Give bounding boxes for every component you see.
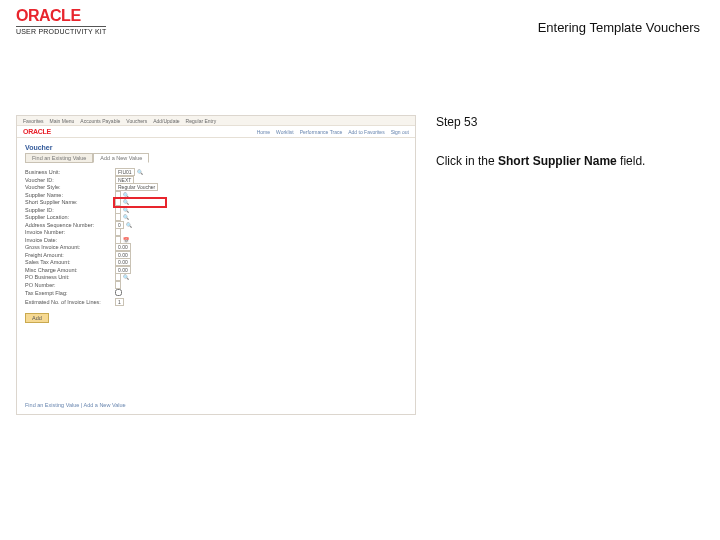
misc-charge-label: Misc Charge Amount:: [25, 267, 115, 273]
voucher-style-label: Voucher Style:: [25, 184, 115, 190]
tab-find-existing[interactable]: Find an Existing Value: [25, 153, 93, 163]
menu-link: Add to Favorites: [348, 129, 384, 135]
est-lines-input[interactable]: 1: [115, 298, 124, 306]
address-seq-label: Address Sequence Number:: [25, 222, 115, 228]
tax-exempt-label: Tax Exempt Flag:: [25, 290, 115, 296]
tab-add-new[interactable]: Add a New Value: [93, 153, 149, 163]
voucher-form: Business Unit: FIU01🔍 Voucher ID: NEXT V…: [17, 167, 415, 307]
menu-link: Worklist: [276, 129, 294, 135]
sales-tax-label: Sales Tax Amount:: [25, 259, 115, 265]
po-number-input[interactable]: [115, 281, 121, 289]
est-lines-label: Estimated No. of Invoice Lines:: [25, 299, 115, 305]
gross-amount-input[interactable]: 0.00: [115, 243, 131, 251]
document-title: Entering Template Vouchers: [538, 20, 700, 35]
add-button[interactable]: Add: [25, 313, 49, 323]
po-business-unit-input[interactable]: [115, 273, 121, 281]
instruction-panel: Step 53 Click in the Short Supplier Name…: [416, 115, 704, 415]
short-supplier-name-label: Short Supplier Name:: [25, 199, 115, 205]
lookup-icon[interactable]: 🔍: [137, 169, 143, 175]
lookup-icon[interactable]: 🔍: [123, 192, 129, 198]
po-number-label: PO Number:: [25, 282, 115, 288]
supplier-name-label: Supplier Name:: [25, 192, 115, 198]
breadcrumb-item: Regular Entry: [186, 118, 217, 124]
upk-subtext: USER PRODUCTIVITY KIT: [16, 26, 106, 35]
footer-links[interactable]: Find an Existing Value | Add a New Value: [25, 402, 126, 408]
app-logo: ORACLE: [23, 128, 51, 135]
breadcrumb-item: Add/Update: [153, 118, 179, 124]
oracle-wordmark: ORACLE: [16, 8, 106, 24]
app-menu-links: Home Worklist Performance Trace Add to F…: [257, 129, 409, 135]
short-supplier-name-input[interactable]: [115, 198, 121, 206]
freight-amount-label: Freight Amount:: [25, 252, 115, 258]
invoice-number-input[interactable]: [115, 228, 121, 236]
gross-amount-label: Gross Invoice Amount:: [25, 244, 115, 250]
lookup-icon[interactable]: 🔍: [126, 222, 132, 228]
app-menubar: ORACLE Home Worklist Performance Trace A…: [17, 126, 415, 138]
page-heading: Voucher: [17, 138, 415, 153]
supplier-location-input[interactable]: [115, 213, 121, 221]
lookup-icon[interactable]: 🔍: [123, 207, 129, 213]
tax-exempt-checkbox[interactable]: [115, 289, 122, 296]
breadcrumb-item: Main Menu: [50, 118, 75, 124]
voucher-style-select[interactable]: Regular Voucher: [115, 183, 158, 191]
tab-strip: Find an Existing Value Add a New Value: [25, 153, 407, 163]
po-business-unit-label: PO Business Unit:: [25, 274, 115, 280]
breadcrumb-item: Favorites: [23, 118, 44, 124]
lookup-icon[interactable]: 🔍: [123, 214, 129, 220]
sales-tax-input[interactable]: 0.00: [115, 258, 131, 266]
oracle-upk-logo: ORACLE USER PRODUCTIVITY KIT: [16, 8, 106, 35]
content-row: Favorites Main Menu Accounts Payable Vou…: [16, 115, 704, 415]
business-unit-label: Business Unit:: [25, 169, 115, 175]
breadcrumb: Favorites Main Menu Accounts Payable Vou…: [17, 116, 415, 126]
breadcrumb-item: Accounts Payable: [80, 118, 120, 124]
step-text-bold: Short Supplier Name: [498, 154, 617, 168]
breadcrumb-item: Vouchers: [126, 118, 147, 124]
step-text-post: field.: [617, 154, 646, 168]
step-instruction: Click in the Short Supplier Name field.: [436, 153, 704, 170]
lookup-icon[interactable]: 🔍: [123, 199, 129, 205]
menu-link: Sign out: [391, 129, 409, 135]
lookup-icon[interactable]: 🔍: [123, 274, 129, 280]
menu-link: Home: [257, 129, 270, 135]
business-unit-input[interactable]: FIU01: [115, 168, 135, 176]
supplier-location-label: Supplier Location:: [25, 214, 115, 220]
step-text-pre: Click in the: [436, 154, 498, 168]
calendar-icon[interactable]: 📅: [123, 237, 129, 243]
slide-header: ORACLE USER PRODUCTIVITY KIT Entering Te…: [0, 0, 720, 50]
invoice-date-label: Invoice Date:: [25, 237, 115, 243]
app-screenshot: Favorites Main Menu Accounts Payable Vou…: [16, 115, 416, 415]
supplier-id-label: Supplier ID:: [25, 207, 115, 213]
step-number: Step 53: [436, 115, 704, 129]
menu-link: Performance Trace: [300, 129, 343, 135]
invoice-number-label: Invoice Number:: [25, 229, 115, 235]
voucher-id-label: Voucher ID:: [25, 177, 115, 183]
